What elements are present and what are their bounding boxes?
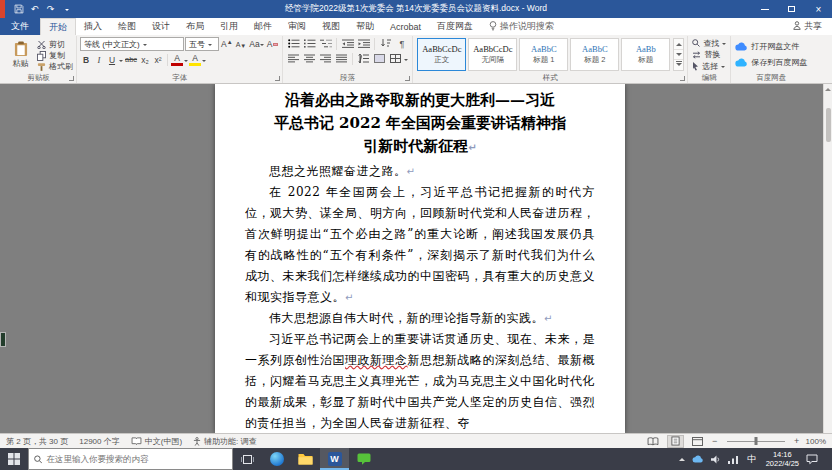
accessibility-status[interactable]: 辅助功能: 调查 bbox=[193, 436, 256, 447]
vertical-scrollbar[interactable] bbox=[823, 84, 832, 433]
tab-home[interactable]: 开始 bbox=[40, 18, 76, 35]
bold-button[interactable]: B bbox=[80, 53, 92, 66]
clear-formatting-button[interactable]: A bbox=[266, 38, 280, 51]
zoom-in-button[interactable]: + bbox=[793, 436, 801, 446]
borders-icon[interactable] bbox=[388, 52, 403, 65]
ime-indicator[interactable]: 中 bbox=[745, 453, 759, 466]
styles-dialog-launcher[interactable] bbox=[680, 76, 685, 81]
save-icon[interactable] bbox=[13, 2, 24, 16]
share-button[interactable]: 共享 bbox=[783, 18, 832, 35]
shrink-font-button[interactable]: A▼ bbox=[235, 38, 248, 51]
bullets-icon[interactable] bbox=[286, 37, 301, 50]
scrollbar-thumb[interactable] bbox=[826, 108, 831, 142]
increase-indent-icon[interactable] bbox=[356, 37, 371, 50]
align-center-icon[interactable] bbox=[302, 52, 317, 65]
file-explorer-button[interactable] bbox=[291, 448, 320, 470]
text-highlight-button[interactable]: A bbox=[189, 54, 201, 66]
page-indicator[interactable]: 第 2 页，共 30 页 bbox=[6, 436, 68, 447]
clipboard-dialog-launcher[interactable] bbox=[69, 76, 74, 81]
style-heading2[interactable]: AaBbC 标题 2 bbox=[570, 38, 619, 71]
minimize-button[interactable] bbox=[751, 0, 778, 18]
font-color-dropdown-icon[interactable] bbox=[184, 60, 188, 64]
format-painter-button[interactable]: 格式刷 bbox=[37, 61, 73, 72]
zoom-level[interactable]: 100% bbox=[806, 437, 826, 446]
web-layout-button[interactable] bbox=[689, 435, 706, 448]
word-count[interactable]: 12900 个字 bbox=[79, 436, 119, 447]
undo-icon[interactable]: ↶ bbox=[29, 2, 40, 16]
qat-customize-icon[interactable] bbox=[61, 2, 72, 16]
paragraph-dialog-launcher[interactable] bbox=[405, 76, 410, 81]
copy-button[interactable]: 复制 bbox=[37, 50, 73, 61]
style-heading1[interactable]: AaBbC 标题 1 bbox=[519, 38, 568, 71]
tab-view[interactable]: 视图 bbox=[314, 18, 348, 35]
style-title[interactable]: AaBb 标题 bbox=[621, 38, 670, 71]
document-page[interactable]: 沿着必由之路夺取新的更大胜利——习近 平总书记 2022 年全国两会重要讲话精神… bbox=[215, 84, 625, 433]
multilevel-list-icon[interactable] bbox=[318, 37, 333, 50]
highlight-dropdown-icon[interactable] bbox=[202, 60, 206, 64]
superscript-button[interactable]: x² bbox=[152, 53, 164, 66]
borders-dropdown-icon[interactable] bbox=[404, 59, 408, 63]
numbering-icon[interactable] bbox=[302, 37, 317, 50]
grow-font-button[interactable]: A▲ bbox=[220, 38, 234, 51]
sort-icon[interactable] bbox=[378, 37, 393, 50]
close-button[interactable]: × bbox=[805, 0, 832, 18]
tab-help[interactable]: 帮助 bbox=[348, 18, 382, 35]
action-center-button[interactable] bbox=[806, 454, 818, 465]
change-case-button[interactable]: Aa bbox=[248, 38, 264, 51]
tab-review[interactable]: 审阅 bbox=[280, 18, 314, 35]
language-indicator[interactable]: 中文(中国) bbox=[131, 436, 182, 447]
taskbar-search-box[interactable] bbox=[28, 448, 233, 470]
edge-browser-button[interactable] bbox=[262, 448, 291, 470]
zoom-slider[interactable] bbox=[727, 441, 785, 442]
tab-mailings[interactable]: 邮件 bbox=[246, 18, 280, 35]
paste-button[interactable]: 粘贴 bbox=[4, 37, 37, 72]
tab-baidu-netdisk[interactable]: 百度网盘 bbox=[429, 18, 481, 35]
underline-dropdown-icon[interactable] bbox=[119, 60, 123, 64]
styles-gallery-scrollbar[interactable] bbox=[673, 38, 684, 71]
align-right-icon[interactable] bbox=[318, 52, 333, 65]
save-to-netdisk-button[interactable]: 保存到百度网盘 bbox=[735, 57, 807, 68]
open-netdisk-file-button[interactable]: 打开网盘文件 bbox=[735, 41, 807, 52]
tab-file[interactable]: 文件 bbox=[0, 18, 40, 35]
chat-app-button[interactable] bbox=[349, 448, 378, 470]
subscript-button[interactable]: x₂ bbox=[139, 53, 151, 66]
styles-scroll-up-icon[interactable] bbox=[674, 39, 683, 50]
start-button[interactable] bbox=[0, 448, 28, 470]
taskbar-clock[interactable]: 14:16 2022/4/25 bbox=[766, 450, 799, 468]
tell-me-search[interactable]: 操作说明搜索 bbox=[481, 18, 562, 35]
justify-icon[interactable] bbox=[334, 52, 349, 65]
tab-draw[interactable]: 绘图 bbox=[110, 18, 144, 35]
line-spacing-icon[interactable] bbox=[356, 52, 371, 65]
restore-button[interactable] bbox=[778, 0, 805, 18]
styles-scroll-down-icon[interactable] bbox=[674, 50, 683, 61]
network-icon[interactable] bbox=[728, 455, 738, 464]
replace-button[interactable]: 替换 bbox=[692, 49, 726, 60]
find-button[interactable]: 查找 bbox=[692, 38, 726, 49]
shading-icon[interactable] bbox=[372, 52, 387, 65]
word-taskbar-button[interactable]: W bbox=[320, 448, 349, 470]
style-no-spacing[interactable]: AaBbCcDc 无间隔 bbox=[468, 38, 517, 71]
tab-references[interactable]: 引用 bbox=[212, 18, 246, 35]
font-dialog-launcher[interactable] bbox=[275, 76, 280, 81]
strikethrough-button[interactable]: abc bbox=[124, 53, 138, 66]
scroll-up-icon[interactable] bbox=[825, 84, 831, 94]
tab-design[interactable]: 设计 bbox=[144, 18, 178, 35]
taskbar-search-input[interactable] bbox=[46, 454, 227, 464]
decrease-indent-icon[interactable] bbox=[340, 37, 355, 50]
styles-more-icon[interactable] bbox=[674, 60, 683, 70]
select-button[interactable]: 选择 bbox=[692, 61, 726, 72]
read-mode-button[interactable] bbox=[645, 435, 662, 448]
zoom-out-button[interactable]: − bbox=[711, 436, 719, 446]
task-view-button[interactable] bbox=[233, 448, 262, 470]
align-left-icon[interactable] bbox=[286, 52, 301, 65]
style-normal[interactable]: AaBbCcDc 正文 bbox=[417, 38, 466, 71]
tray-expand-icon[interactable] bbox=[679, 455, 685, 464]
redo-icon[interactable]: ↷ bbox=[45, 2, 56, 16]
italic-button[interactable]: I bbox=[93, 53, 105, 66]
underline-button[interactable]: U bbox=[106, 53, 118, 66]
print-layout-button[interactable] bbox=[667, 435, 684, 448]
font-color-button[interactable]: A bbox=[171, 54, 183, 66]
cloud-sync-icon[interactable] bbox=[692, 455, 704, 463]
volume-icon[interactable] bbox=[711, 455, 721, 464]
font-size-combo[interactable]: 五号 bbox=[185, 37, 219, 51]
